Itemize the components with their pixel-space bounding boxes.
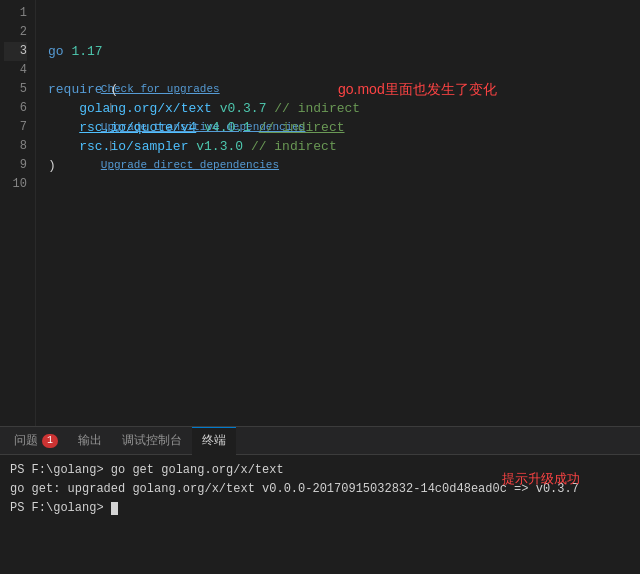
ln-10: 10	[4, 175, 27, 194]
code-line-8: rsc.io/sampler v1.3.0 // indirect	[48, 137, 626, 156]
comment-6: // indirect	[274, 99, 360, 118]
terminal-prompt-1: PS F:\golang> go get golang.org/x/text	[10, 463, 284, 477]
tab-debug-label: 调试控制台	[122, 427, 182, 455]
ln-2: 2	[4, 23, 27, 42]
ln-6: 6	[4, 99, 27, 118]
ln-4: 4	[4, 61, 27, 80]
bottom-panel: 问题 1 输出 调试控制台 终端 PS F:\golang> go get go…	[0, 426, 640, 574]
space-8b	[243, 137, 251, 156]
terminal-line-3: PS F:\golang>	[10, 499, 630, 518]
code-line-7: rsc.io/quote/v4 v4.0.1 // indirect	[48, 118, 626, 137]
tab-terminal-label: 终端	[202, 427, 226, 455]
indent-7	[48, 118, 79, 137]
tab-problems[interactable]: 问题 1	[4, 427, 68, 455]
code-area: go 1.17 Check for upgrades | Upgrade tra…	[36, 0, 626, 426]
tab-debug-console[interactable]: 调试控制台	[112, 427, 192, 455]
space-5: (	[103, 80, 119, 99]
code-line-2	[48, 23, 626, 42]
ln-9: 9	[4, 156, 27, 175]
space-6b	[266, 99, 274, 118]
code-line-6: golang.org/x/text v0.3.7 // indirect	[48, 99, 626, 118]
ln-5: 5	[4, 80, 27, 99]
problems-badge: 1	[42, 434, 58, 448]
code-line-1	[48, 4, 626, 23]
ver-text: v0.3.7	[220, 99, 267, 118]
code-line-4: Check for upgrades | Upgrade transitive …	[48, 61, 626, 80]
ln-1: 1	[4, 4, 27, 23]
terminal-prompt-3: PS F:\golang>	[10, 501, 104, 515]
keyword-go: go	[48, 42, 64, 61]
code-line-5: require ( go.mod里面也发生了变化	[48, 80, 626, 99]
terminal-annotation: 提示升级成功	[502, 469, 580, 490]
ver-quote: v4.0.1	[204, 118, 251, 137]
terminal-content: PS F:\golang> go get golang.org/x/text g…	[0, 455, 640, 574]
check-bar: Check for upgrades | Upgrade transitive …	[48, 61, 305, 80]
indent-8	[48, 137, 79, 156]
ln-3: 3	[4, 42, 27, 61]
editor-annotation: go.mod里面也发生了变化	[338, 80, 497, 99]
comment-7: // indirect	[259, 118, 345, 137]
panel-tabs: 问题 1 输出 调试控制台 终端	[0, 427, 640, 455]
line-numbers: 1 2 3 4 5 6 7 8 9 10	[0, 0, 36, 426]
terminal-cursor	[111, 502, 118, 515]
pkg-sampler: rsc.io/sampler	[79, 137, 188, 156]
tab-terminal[interactable]: 终端	[192, 427, 236, 455]
editor-area: 1 2 3 4 5 6 7 8 9 10 go 1.17 Check for u…	[0, 0, 640, 426]
indent-6	[48, 99, 79, 118]
tab-problems-label: 问题	[14, 427, 38, 455]
tab-output-label: 输出	[78, 427, 102, 455]
space-7b	[251, 118, 259, 137]
ln-8: 8	[4, 137, 27, 156]
terminal-line-2-text: go get: upgraded golang.org/x/text v0.0.…	[10, 482, 579, 496]
editor-scrollbar[interactable]	[626, 0, 640, 426]
tab-output[interactable]: 输出	[68, 427, 112, 455]
pkg-text: golang.org/x/text	[79, 99, 212, 118]
space-3	[64, 42, 72, 61]
code-line-10	[48, 175, 626, 194]
comment-8: // indirect	[251, 137, 337, 156]
space-7	[196, 118, 204, 137]
code-line-3: go 1.17	[48, 42, 626, 61]
space-8	[188, 137, 196, 156]
close-paren: )	[48, 156, 56, 175]
ln-7: 7	[4, 118, 27, 137]
code-line-9: )	[48, 156, 626, 175]
pkg-quote: rsc.io/quote/v4	[79, 118, 196, 137]
ver-sampler: v1.3.0	[196, 137, 243, 156]
space-6	[212, 99, 220, 118]
keyword-require: require	[48, 80, 103, 99]
version-number: 1.17	[71, 42, 102, 61]
